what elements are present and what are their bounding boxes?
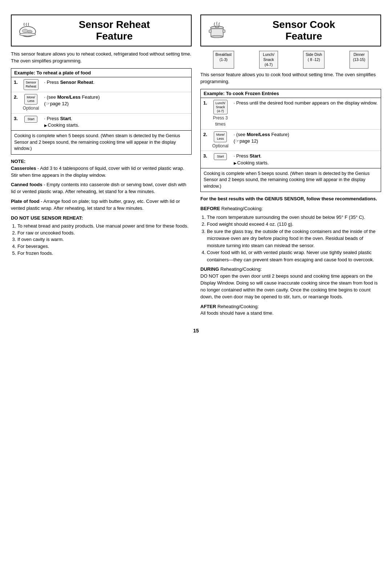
- list-item: For beverages.: [17, 243, 192, 250]
- cook-step-3: 3. Start · Press Start.Cooking starts.: [201, 151, 381, 168]
- optional-label-cook: Optional: [212, 143, 229, 149]
- food-cat-lunch-range: (4-7): [262, 62, 275, 68]
- reheat-icon: [17, 20, 38, 41]
- cook-step-1-num: 1.: [201, 98, 210, 129]
- cook-example-box: Example: To cook Frozen Entrées 1. Lunch…: [200, 89, 381, 192]
- food-cat-breakfast-label: Breakfast: [216, 52, 232, 57]
- sensor-reheat-button: SensorReheat: [24, 79, 38, 90]
- food-cat-lunch: Lunch/Snack (4-7): [259, 51, 278, 69]
- sensor-reheat-title: Sensor Reheat Feature: [43, 19, 186, 42]
- note-casseroles: Casseroles - Add 3 to 4 tablespoons of l…: [11, 165, 192, 179]
- food-cat-sidedish-label: Side Dish: [306, 52, 322, 57]
- cook-step-3-icon-cell: Start: [210, 151, 231, 168]
- cook-step-1-desc: · Press until the desired food number ap…: [231, 98, 381, 129]
- cook-pot-svg: [207, 21, 227, 41]
- reheat-step-3: 3. Start · Press Start.Cooking starts.: [11, 114, 191, 131]
- cook-title-line2: Feature: [285, 30, 322, 42]
- press-3-times-label: Press 3 times: [212, 115, 229, 127]
- right-column: Sensor Cook Feature Breakfast (1-3) Lunc…: [200, 15, 381, 317]
- food-cat-sidedish-range: ( 8 -12): [306, 57, 322, 62]
- svg-point-2: [22, 29, 28, 33]
- sensor-cook-title: Sensor Cook Feature: [232, 19, 375, 42]
- sensor-reheat-header: Sensor Reheat Feature: [11, 15, 192, 46]
- list-item: Be sure the glass tray, the outside of t…: [207, 228, 381, 249]
- cook-step-1: 1. Lunch/Snack(4-7) Press 3 times · Pres…: [201, 98, 381, 129]
- do-not-title: DO NOT USE SENSOR REHEAT:: [11, 215, 192, 222]
- reheat-title-line2: Feature: [96, 30, 132, 42]
- svg-rect-9: [223, 30, 225, 33]
- before-title: BEFORE Reheating/Cooking:: [200, 205, 381, 212]
- cook-step-3-desc: · Press Start.Cooking starts.: [231, 151, 381, 168]
- cook-step-2-desc: · (see More/Less Feature)(☞page 12): [231, 129, 381, 151]
- optional-label-reheat: Optional: [23, 105, 39, 111]
- reheat-cooking-complete: Cooking is complete when 5 beeps sound. …: [11, 130, 191, 154]
- cook-intro: This sensor feature allows you to cook f…: [200, 71, 381, 85]
- food-cat-sidedish: Side Dish ( 8 -12): [303, 51, 324, 69]
- svg-point-3: [27, 30, 32, 33]
- food-cat-lunch-label: Lunch/Snack: [262, 52, 275, 62]
- more-less-button-reheat: More/Less: [24, 94, 37, 105]
- food-cats-row: Breakfast (1-3) Lunch/Snack (4-7) Side D…: [200, 51, 381, 69]
- svg-rect-8: [209, 30, 211, 33]
- step-2-desc: · (see More/Less Feature)(☞page 12): [42, 92, 191, 113]
- note-canned-foods: Canned foods - Empty contents into casse…: [11, 181, 192, 195]
- cook-step-2-num: 2.: [201, 129, 210, 151]
- list-item: The room temperature surrounding the ove…: [207, 214, 381, 221]
- page-number: 15: [11, 328, 381, 334]
- do-not-list: To reheat bread and pastry products. Use…: [17, 223, 192, 257]
- list-item: To reheat bread and pastry products. Use…: [17, 223, 192, 230]
- reheat-title-line1: Sensor Reheat: [79, 19, 150, 30]
- step-1-desc: · Press Sensor Reheat.: [42, 77, 191, 92]
- cook-step-2-icon-cell: More/Less Optional: [210, 129, 231, 151]
- step-1-icon-cell: SensorReheat: [20, 77, 42, 92]
- start-button-reheat: Start: [24, 116, 37, 123]
- svg-point-4: [20, 33, 36, 36]
- list-item: For frozen foods.: [17, 250, 192, 257]
- cook-step-1-icon-cell: Lunch/Snack(4-7) Press 3 times: [210, 98, 231, 129]
- after-section: AFTER Reheating/Cooking: All foods shoul…: [200, 303, 381, 317]
- step-2-num: 2.: [11, 92, 20, 113]
- reheat-example-title: Example: To reheat a plate of food: [11, 69, 191, 77]
- note-plate-of-food: Plate of food - Arrange food on plate; t…: [11, 198, 192, 212]
- list-item: Food weight should exceed 4 oz. (110 g).: [207, 221, 381, 228]
- list-item: Cover food with lid, or with vented plas…: [207, 249, 381, 263]
- reheat-steps-table: 1. SensorReheat · Press Sensor Reheat. 2…: [11, 77, 191, 130]
- reheat-bowl-svg: [18, 21, 38, 41]
- best-results-section: For the best results with the GENIUS SEN…: [200, 196, 381, 317]
- svg-rect-6: [215, 26, 219, 28]
- left-column: Sensor Reheat Feature This sensor featur…: [11, 15, 192, 257]
- start-button-cook: Start: [214, 153, 227, 160]
- sensor-cook-header: Sensor Cook Feature: [200, 15, 381, 46]
- reheat-step-2: 2. More/Less Optional · (see More/Less F…: [11, 92, 191, 113]
- best-results-title: For the best results with the GENIUS SEN…: [200, 196, 381, 203]
- page-layout: Sensor Reheat Feature This sensor featur…: [11, 15, 381, 317]
- note-title: NOTE:: [11, 158, 192, 165]
- svg-point-10: [211, 36, 223, 38]
- lunch-snack-button: Lunch/Snack(4-7): [213, 100, 228, 114]
- step-3-num: 3.: [11, 114, 20, 131]
- food-cat-breakfast: Breakfast (1-3): [213, 51, 234, 69]
- food-cat-dinner-range: (13-15): [352, 57, 366, 62]
- cook-example-title: Example: To cook Frozen Entrées: [201, 89, 381, 98]
- before-list: The room temperature surrounding the ove…: [207, 214, 381, 263]
- food-cat-breakfast-range: (1-3): [216, 57, 232, 62]
- cook-step-3-num: 3.: [201, 151, 210, 168]
- more-less-button-cook: More/Less: [214, 131, 227, 142]
- cook-icon: [206, 20, 228, 41]
- list-item: For raw or uncooked foods.: [17, 230, 192, 237]
- reheat-intro: This sensor feature allows you to reheat…: [11, 51, 192, 65]
- reheat-example-box: Example: To reheat a plate of food 1. Se…: [11, 68, 192, 155]
- cook-cooking-complete: Cooking is complete when 5 beeps sound. …: [201, 168, 381, 192]
- step-3-icon-cell: Start: [20, 114, 42, 131]
- reheat-step-1: 1. SensorReheat · Press Sensor Reheat.: [11, 77, 191, 92]
- note-section: NOTE: Casseroles - Add 3 to 4 tablespoon…: [11, 158, 192, 257]
- step-1-num: 1.: [11, 77, 20, 92]
- cook-steps-table: 1. Lunch/Snack(4-7) Press 3 times · Pres…: [201, 98, 381, 168]
- food-cat-dinner-label: Dinner: [352, 52, 366, 57]
- during-section: DURING Reheating/Cooking: DO NOT open th…: [200, 266, 381, 300]
- food-cat-dinner: Dinner (13-15): [350, 51, 368, 69]
- step-3-desc: · Press Start.Cooking starts.: [42, 114, 191, 131]
- step-2-icon-cell: More/Less Optional: [20, 92, 42, 113]
- cook-step-2: 2. More/Less Optional · (see More/Less F…: [201, 129, 381, 151]
- list-item: If oven cavity is warm.: [17, 236, 192, 243]
